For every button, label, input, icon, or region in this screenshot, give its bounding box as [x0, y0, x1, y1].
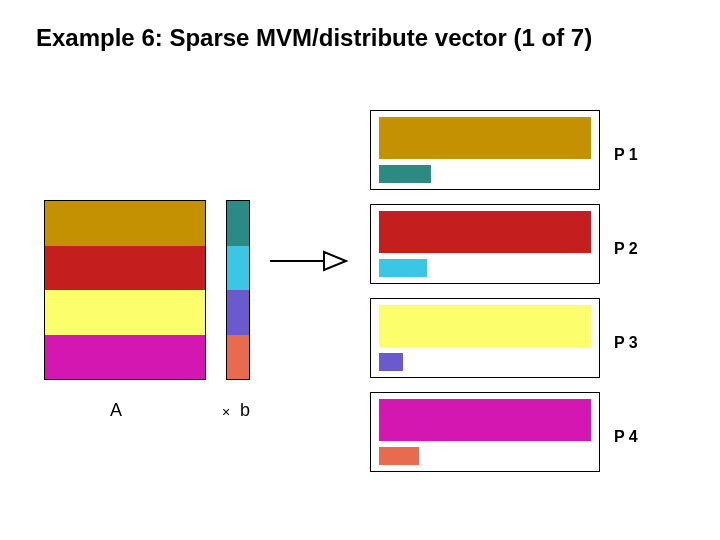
processor-box-1 [370, 110, 600, 190]
p4-primary-block [379, 399, 591, 441]
matrix-label: A [110, 400, 122, 421]
processor-box-4 [370, 392, 600, 472]
matrix-row-3 [45, 290, 205, 335]
slide-title: Example 6: Sparse MVM/distribute vector … [36, 24, 592, 52]
matrix-a [44, 200, 206, 380]
p2-secondary-block [379, 259, 427, 277]
p3-label: P 3 [614, 334, 638, 352]
times-symbol: × [222, 404, 230, 420]
processor-box-2 [370, 204, 600, 284]
arrow-icon [268, 246, 348, 276]
vector-seg-1 [227, 201, 249, 246]
matrix-row-2 [45, 246, 205, 291]
vector-b [226, 200, 250, 380]
p4-secondary-block [379, 447, 419, 465]
vector-seg-3 [227, 290, 249, 335]
vector-seg-2 [227, 246, 249, 291]
p3-secondary-block [379, 353, 403, 371]
p1-label: P 1 [614, 146, 638, 164]
p2-label: P 2 [614, 240, 638, 258]
matrix-row-4 [45, 335, 205, 380]
p2-primary-block [379, 211, 591, 253]
svg-marker-1 [324, 252, 346, 270]
p3-primary-block [379, 305, 591, 347]
vector-seg-4 [227, 335, 249, 380]
vector-label: b [240, 400, 250, 421]
p1-primary-block [379, 117, 591, 159]
processor-box-3 [370, 298, 600, 378]
p4-label: P 4 [614, 428, 638, 446]
p1-secondary-block [379, 165, 431, 183]
matrix-row-1 [45, 201, 205, 246]
